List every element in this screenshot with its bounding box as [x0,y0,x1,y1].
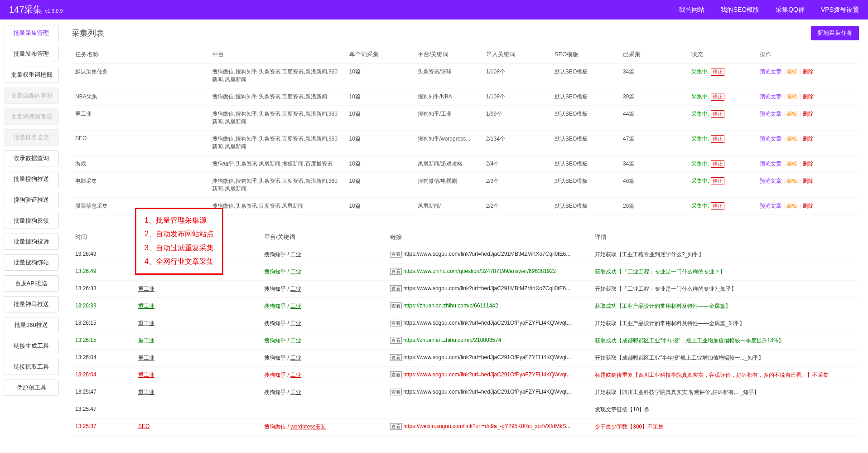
preview-link[interactable]: 预览文章 [760,178,781,184]
log-kw-link[interactable]: 工业 [290,372,301,378]
view-badge[interactable]: 查看 [390,302,402,309]
edit-link[interactable]: 编辑 [786,111,797,117]
log-time: 13:26:04 [72,350,135,367]
stop-button[interactable]: 停止 [711,160,724,168]
task-cell-name: SEO [72,131,208,156]
log-task: 重工业 [135,332,260,350]
add-task-button[interactable]: 新增采集任务 [811,26,859,40]
preview-link[interactable]: 预览文章 [760,161,781,167]
log-kw-link[interactable]: 工业 [290,337,301,344]
stop-button[interactable]: 停止 [711,202,724,210]
task-ops: 预览文章|编辑|删除 [756,198,859,215]
log-task: 重工业 [135,384,260,401]
sidebar-item-9[interactable]: 批量搜狗反馈 [4,213,59,229]
log-task-link[interactable]: 重工业 [138,389,154,395]
preview-link[interactable]: 预览文章 [760,203,781,209]
log-task-link[interactable]: 重工业 [138,303,154,309]
view-badge[interactable]: 查看 [390,389,402,395]
view-badge[interactable]: 查看 [390,285,402,292]
log-kw-link[interactable]: 工业 [290,268,301,275]
log-keyword [260,401,386,419]
view-badge[interactable]: 查看 [390,423,402,430]
edit-link[interactable]: 编辑 [786,136,797,142]
log-keyword: 搜狗知乎 / 工业 [260,315,386,332]
sidebar-item-10[interactable]: 批量搜狗投诉 [4,234,59,250]
log-task-link[interactable]: 重工业 [138,286,154,292]
task-cell-words: 10篇 [346,173,414,198]
preview-link[interactable]: 预览文章 [760,68,781,75]
log-task-link[interactable]: 重工业 [138,355,154,361]
sidebar-item-12[interactable]: 百度API推送 [4,275,59,292]
tasks-col-2: 单个词采集 [346,46,414,63]
overlay-line: 1、批量管理采集源 [145,214,214,227]
log-kw-link[interactable]: 工业 [290,251,301,258]
stop-button[interactable]: 停止 [711,110,724,118]
log-kw-link[interactable]: 工业 [290,389,301,395]
view-badge[interactable]: 查看 [390,268,402,275]
edit-link[interactable]: 编辑 [786,161,797,167]
stop-button[interactable]: 停止 [711,177,724,185]
task-cell-kw: 搜狗知乎/wordpress... [414,131,482,156]
task-cell-kw: 凤凰新闻/游戏攻略 [414,156,482,173]
log-kw-link[interactable]: 工业 [290,320,301,326]
delete-link[interactable]: 删除 [803,136,814,142]
stop-button[interactable]: 停止 [711,93,724,101]
view-badge[interactable]: 查看 [390,251,402,258]
preview-link[interactable]: 预览文章 [760,136,781,142]
sidebar-item-17[interactable]: 伪原创工具 [4,380,59,396]
sidebar-item-13[interactable]: 批量神马推送 [4,296,59,312]
log-kw-link[interactable]: 工业 [290,286,301,292]
log-row: 13:26:04重工业搜狗知乎 / 工业查看https://www.sogou.… [72,350,859,367]
edit-link[interactable]: 编辑 [786,68,797,75]
log-time: 13:25:47 [72,384,135,401]
task-cell-kw: 搜狗知乎/NBA [414,88,482,106]
stop-button[interactable]: 停止 [711,68,724,76]
log-keyword: 搜狗知乎 / 工业 [260,350,386,367]
sidebar-item-15[interactable]: 链接生成工具 [4,338,59,354]
task-cell-name: NBA采集 [72,88,208,106]
sidebar: 批量采集管理批量发布管理批量权重词挖掘批量自媒体管理批量短视频管理批量排名监控收… [0,19,63,453]
log-kw-link[interactable]: 工业 [290,303,301,309]
top-nav-item-3[interactable]: VPS拨号设置 [821,6,859,14]
delete-link[interactable]: 删除 [803,203,814,209]
task-ops: 预览文章|编辑|删除 [756,88,859,106]
log-task-link[interactable]: SEO [138,423,149,429]
sidebar-item-8[interactable]: 搜狗验证推送 [4,192,59,208]
log-time: 13:26:33 [72,281,135,298]
delete-link[interactable]: 删除 [803,178,814,184]
view-badge[interactable]: 查看 [390,337,402,344]
edit-link[interactable]: 编辑 [786,203,797,209]
view-badge[interactable]: 查看 [390,320,402,326]
sidebar-item-1[interactable]: 批量发布管理 [4,46,59,62]
delete-link[interactable]: 删除 [803,161,814,167]
preview-link[interactable]: 预览文章 [760,111,781,117]
sidebar-item-0[interactable]: 批量采集管理 [4,25,59,41]
top-nav-item-0[interactable]: 我的网站 [679,6,704,14]
preview-link[interactable]: 预览文章 [760,93,781,100]
sidebar-item-2[interactable]: 批量权重词挖掘 [4,67,59,83]
log-kw-link[interactable]: 工业 [290,355,301,361]
stop-button[interactable]: 停止 [711,135,724,143]
delete-link[interactable]: 删除 [803,111,814,117]
log-task-link[interactable]: 重工业 [138,320,154,326]
logs-col-0: 时间 [72,229,135,246]
log-row: 13:26:33重工业搜狗知乎 / 工业查看https://zhuanlan.z… [72,298,859,315]
delete-link[interactable]: 删除 [803,93,814,100]
top-nav-item-2[interactable]: 采集QQ群 [776,6,805,14]
log-kw-link[interactable]: wordpress安装 [290,424,326,430]
log-task-link[interactable]: 重工业 [138,337,154,344]
view-badge[interactable]: 查看 [390,371,402,378]
top-nav-item-1[interactable]: 我的SEO模版 [721,6,760,14]
edit-link[interactable]: 编辑 [786,93,797,100]
sidebar-item-7[interactable]: 批量搜狗推送 [4,171,59,187]
task-cell-imp: 2/2个 [482,198,551,215]
sidebar-item-11[interactable]: 批量搜狗绑站 [4,254,59,271]
view-badge[interactable]: 查看 [390,354,402,361]
delete-link[interactable]: 删除 [803,68,814,75]
sidebar-item-16[interactable]: 链接抓取工具 [4,359,59,375]
log-task-link[interactable]: 重工业 [138,372,154,378]
sidebar-item-14[interactable]: 批量360推送 [4,317,59,333]
sidebar-item-6[interactable]: 收录数据查询 [4,150,59,166]
edit-link[interactable]: 编辑 [786,178,797,184]
tasks-col-6: 已采集 [619,46,688,63]
